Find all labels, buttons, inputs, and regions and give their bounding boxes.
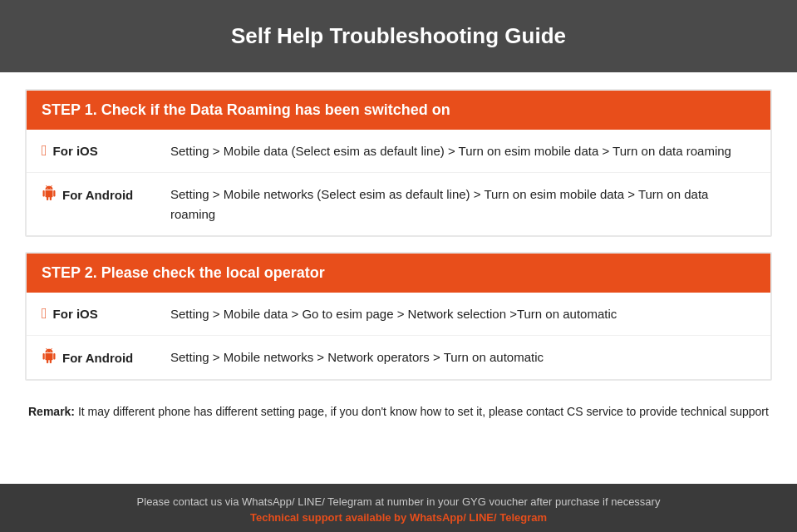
remark-section: Remark: It may different phone has diffe… [25, 396, 772, 432]
step1-heading: STEP 1. Check if the Data Roaming has be… [42, 101, 450, 118]
android-icon-2 [42, 348, 57, 367]
page-title: Self Help Troubleshooting Guide [17, 23, 780, 49]
apple-icon-2:  [42, 305, 47, 323]
step1-header: STEP 1. Check if the Data Roaming has be… [27, 91, 770, 130]
step1-ios-label:  For iOS [42, 141, 170, 160]
step2-header: STEP 2. Please check the local operator [27, 254, 770, 293]
step2-section: STEP 2. Please check the local operator … [25, 252, 772, 381]
step1-ios-row:  For iOS Setting > Mobile data (Select … [27, 130, 770, 173]
step1-ios-text: Setting > Mobile data (Select esim as de… [170, 141, 755, 160]
step1-body:  For iOS Setting > Mobile data (Select … [27, 130, 770, 235]
footer-main-text: Please contact us via WhatsApp/ LINE/ Te… [17, 495, 780, 508]
step2-heading: STEP 2. Please check the local operator [42, 264, 325, 281]
android-icon [42, 185, 57, 204]
step2-android-label: For Android [42, 347, 170, 367]
step2-android-row: For Android Setting > Mobile networks > … [27, 336, 770, 379]
page-footer: Please contact us via WhatsApp/ LINE/ Te… [0, 484, 797, 532]
apple-icon:  [42, 142, 47, 160]
remark-label: Remark: [28, 405, 75, 418]
step1-android-row: For Android Setting > Mobile networks (S… [27, 173, 770, 235]
step1-android-label: For Android [42, 185, 170, 204]
step2-ios-row:  For iOS Setting > Mobile data > Go to … [27, 293, 770, 336]
main-content: STEP 1. Check if the Data Roaming has be… [0, 72, 797, 484]
remark-body: It may different phone has different set… [75, 405, 769, 418]
footer-support-text: Technical support available by WhatsApp/… [17, 511, 780, 524]
step2-ios-text: Setting > Mobile data > Go to esim page … [170, 304, 755, 323]
page-header: Self Help Troubleshooting Guide [0, 0, 797, 72]
step2-ios-label:  For iOS [42, 304, 170, 323]
step2-android-text: Setting > Mobile networks > Network oper… [170, 347, 755, 367]
step1-section: STEP 1. Check if the Data Roaming has be… [25, 89, 772, 237]
step2-body:  For iOS Setting > Mobile data > Go to … [27, 293, 770, 379]
remark-text: Remark: It may different phone has diffe… [28, 402, 769, 421]
step1-android-text: Setting > Mobile networks (Select esim a… [170, 185, 755, 224]
